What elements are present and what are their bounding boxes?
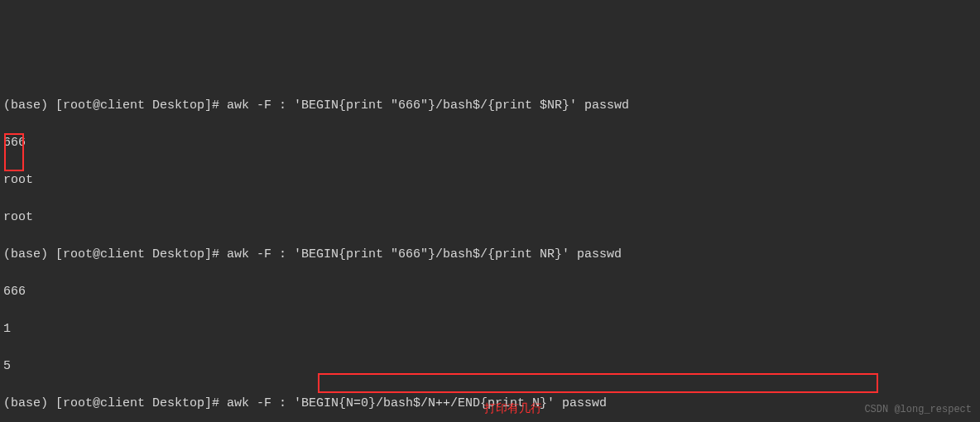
terminal-output: root xyxy=(3,171,977,190)
terminal-output: 666 xyxy=(3,283,977,302)
terminal-output: 666 xyxy=(3,134,977,153)
annotation-text: 打印有几行 xyxy=(484,400,542,418)
terminal-output: 1 xyxy=(3,320,977,339)
watermark: CSDN @long_respect xyxy=(864,402,972,417)
terminal-area[interactable]: (base) [root@client Desktop]# awk -F : '… xyxy=(3,78,977,422)
terminal-output: 5 xyxy=(3,357,977,376)
terminal-line: (base) [root@client Desktop]# awk -F : '… xyxy=(3,97,977,116)
terminal-line: (base) [root@client Desktop]# awk -F : '… xyxy=(3,246,977,265)
terminal-output: root xyxy=(3,209,977,228)
